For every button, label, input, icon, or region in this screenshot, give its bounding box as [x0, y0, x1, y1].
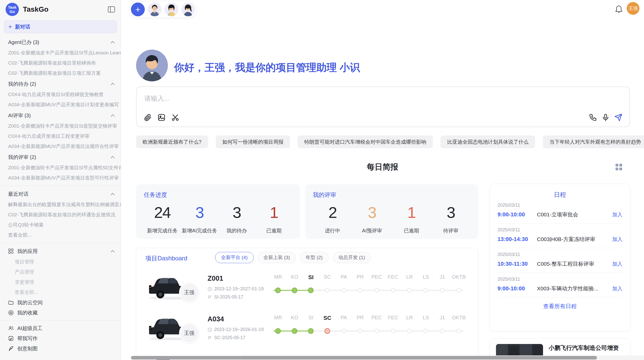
milestone-label: SI	[303, 315, 319, 321]
schedule-time: 9:00-10:00	[497, 211, 537, 218]
section-title: 我的应用	[17, 248, 38, 255]
app-item-project-mgmt[interactable]: 项目管理	[0, 257, 121, 267]
schedule-item: 2025/03/11 9:00-10:00 C001-立项审批会 加入	[497, 199, 622, 223]
agent-avatar-2[interactable]	[165, 3, 178, 16]
project-row[interactable]: 王强 A034 2023-12-19~2026-01-19 SC-2025-05…	[144, 312, 473, 351]
stat-pending-review: 3待评审	[431, 203, 471, 234]
join-button[interactable]: 加入	[612, 236, 622, 243]
app-item-view-all[interactable]: 查看全部...	[0, 287, 121, 297]
section-ai-review[interactable]: AI评审 (3)	[0, 110, 121, 121]
sidebar-item-creative-drawing[interactable]: 创意制图	[0, 343, 121, 354]
suggestion-chip[interactable]: 如何写一份清晰的项目周报	[216, 136, 290, 148]
section-title: 我的评审 (2)	[8, 154, 36, 161]
join-button[interactable]: 加入	[612, 285, 622, 292]
sidebar-item-cloud-space[interactable]: 我的云空间	[0, 297, 121, 308]
chat-input[interactable]	[144, 93, 552, 104]
milestone-label: PR	[352, 274, 369, 281]
image-icon[interactable]	[157, 113, 166, 122]
stat-label: 待评审	[431, 227, 471, 234]
chevron-up-icon	[111, 193, 115, 195]
sidebar-item[interactable]: Z001-全新燃油轻卡产品开发项目SI造型提交物评审	[0, 121, 121, 131]
sidebar-item[interactable]: Z001-全新燃油轻卡产品开发项目SI节点属性5D文件评审	[0, 163, 121, 173]
recent-chat-item[interactable]: 公司Q3轻卡销量	[0, 220, 121, 230]
filter-powertrain[interactable]: 动总开发 (1)	[333, 252, 371, 263]
recent-chat-view-all[interactable]: 查看全部...	[0, 230, 121, 240]
stat-value: 1	[392, 203, 431, 222]
section-my-apps[interactable]: 我的应用	[0, 246, 121, 257]
folder-icon	[8, 300, 14, 305]
stat-value: 3	[181, 203, 218, 222]
project-date-range: 2023-12-19~2026-01-19	[214, 327, 264, 332]
clock-icon	[208, 327, 212, 332]
microphone-icon[interactable]	[602, 113, 610, 122]
app-item-change-mgmt[interactable]: 变更管理	[0, 277, 121, 287]
sidebar-item[interactable]: C0X4-动力总成开发项目工程变更评审	[0, 131, 121, 141]
flag-icon	[208, 295, 212, 299]
sidebar-item[interactable]: C0X4-动力总成开发项目SI里程碑提交物检查	[0, 89, 121, 100]
clock-icon	[208, 287, 212, 291]
greeting-text: 你好，王强，我是你的项目管理助理 小识	[174, 61, 360, 74]
user-avatar[interactable]: 王强	[627, 2, 639, 15]
attachment-icon[interactable]	[144, 113, 152, 122]
project-flag-label: SI-2025-05-17	[214, 294, 243, 300]
filter-all-new-platform[interactable]: 全新平台 (4)	[215, 252, 254, 263]
section-agent-done[interactable]: Agent已办 (3)	[0, 37, 121, 48]
add-agent-button[interactable]: +	[131, 3, 145, 16]
milestone-label: PA	[335, 315, 352, 321]
section-recent-chats[interactable]: 最近对话	[0, 188, 121, 200]
chevron-up-icon	[111, 114, 115, 117]
recent-chat-item[interactable]: 解释最新出台的欧盟报废车法规再生塑料比例被调至15%...	[0, 200, 121, 210]
project-dashboard-card: 项目Dashboard 全新平台 (4) 全新上装 (3) 年型 (2) 动总开…	[136, 248, 478, 360]
project-dates: 2023-12-19~2026-01-19	[208, 327, 264, 332]
recent-chat-item[interactable]: C02-飞腾新能源轻客改款项目的闭环通告反馈情况	[0, 210, 121, 220]
layout-grid-icon[interactable]	[615, 163, 623, 171]
send-icon[interactable]	[614, 113, 622, 122]
filter-new-body[interactable]: 全新上装 (3)	[258, 252, 296, 263]
app-item-product-mgmt[interactable]: 产品管理	[0, 267, 121, 277]
agent-avatar-3[interactable]	[181, 3, 195, 16]
suggestion-chip[interactable]: 欧洲新规最近颁布了什么?	[136, 136, 208, 148]
sidebar-item[interactable]: A034-全新新能源MUV产品开发项目计划变更表编写	[0, 100, 121, 110]
view-all-schedule-link[interactable]: 查看所有日程	[497, 303, 622, 310]
sidebar-item-ai-super-staff[interactable]: AI超级员工	[0, 323, 121, 333]
suggestion-chips: 欧洲新规最近颁布了什么? 如何写一份清晰的项目周报 特朗普可能对进口汽车增税会对…	[136, 136, 631, 148]
news-title: 小鹏飞行汽车制造公司增资	[549, 344, 624, 352]
agent-avatar-1[interactable]	[148, 3, 162, 16]
flag-icon	[208, 336, 212, 340]
write-icon	[8, 336, 14, 341]
notifications-bell-icon[interactable]	[615, 5, 623, 13]
horizontal-scrollbar-thumb[interactable]	[131, 356, 597, 359]
schedule-time: 10:30-11:30	[497, 261, 537, 267]
stat-label: 我的待办	[218, 227, 255, 234]
project-row[interactable]: 王强 Z001 2023-12-19~2027-01-19 SI-2025-05…	[144, 271, 473, 310]
new-chat-button[interactable]: + 新对话	[4, 20, 117, 33]
stat-my-todo: 3我的待办	[218, 203, 255, 234]
divider	[0, 243, 121, 243]
sidebar-item[interactable]: A034-全新新能源MUV产品开发项目造型可行性评审	[0, 173, 121, 183]
sidebar-item[interactable]: C02-飞腾新能源轻客改款项目里程碑画布	[0, 58, 121, 68]
sidebar-item-favorites[interactable]: 我的收藏	[0, 308, 121, 318]
chat-input-card	[136, 86, 630, 127]
suggestion-chip[interactable]: 当下年轻人对汽车外观有怎样的喜好趋势	[543, 136, 644, 148]
filter-model-year[interactable]: 年型 (2)	[300, 252, 329, 263]
schedule-date: 2025/03/11	[497, 277, 622, 282]
phone-call-icon[interactable]	[589, 113, 597, 122]
sidebar-item[interactable]: C02-飞腾新能源轻客改款项目立项汇报方案	[0, 68, 121, 78]
sidebar-item[interactable]: A034-全新新能源MUV产品开发项目法规符合性评审	[0, 141, 121, 152]
section-my-review[interactable]: 我的评审 (2)	[0, 152, 121, 163]
section-my-todo[interactable]: 我的待办 (2)	[0, 78, 121, 89]
sidebar-collapse-icon[interactable]	[108, 6, 115, 13]
schedule-card: 日程 2025/03/11 9:00-10:00 C001-立项审批会 加入 2…	[490, 184, 630, 331]
sidebar-item[interactable]: Z001-全新燃油皮卡产品开发项目SI节点Lesson Learn报告	[0, 48, 121, 58]
join-button[interactable]: 加入	[612, 261, 622, 267]
suggestion-chip[interactable]: 特朗普可能对进口汽车增税会对中国车企造成哪些影响	[298, 136, 433, 148]
scissors-icon[interactable]	[171, 113, 179, 122]
sidebar-sections: Agent已办 (3) Z001-全新燃油皮卡产品开发项目SI节点Lesson …	[0, 36, 121, 355]
divider	[0, 186, 121, 186]
plus-icon: +	[135, 5, 140, 14]
stat-label: 已逾期	[392, 227, 431, 234]
join-button[interactable]: 加入	[612, 211, 622, 218]
milestone-label: LS	[418, 274, 434, 281]
suggestion-chip[interactable]: 比亚迪全固态电池计划具体说了什么	[441, 136, 535, 148]
sidebar-item-help-me-write[interactable]: 帮我写作	[0, 333, 121, 343]
